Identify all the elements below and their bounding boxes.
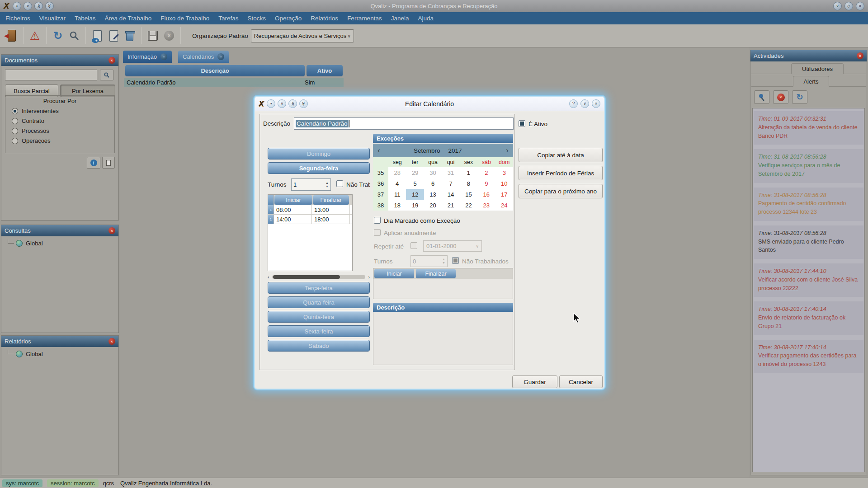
minimize-button[interactable]: ∨ <box>833 2 842 10</box>
refresh-alerts-button[interactable]: ↻ <box>792 90 807 104</box>
calendar-day[interactable]: 31 <box>442 167 459 178</box>
quinta-feira-button[interactable]: Quinta-feira <box>268 311 370 323</box>
relatorios-global-item[interactable]: Global <box>1 347 118 357</box>
finalizar-header[interactable]: Finalizar <box>313 195 349 205</box>
menu-stocks[interactable]: Stocks <box>243 12 271 24</box>
cell-finalizar[interactable]: 18:00 <box>312 215 350 224</box>
tab-close-icon[interactable]: × <box>217 53 224 60</box>
exceptions-shifts-table[interactable]: Iniciar Finalizar <box>373 268 513 299</box>
terca-feira-button[interactable]: Terça-feira <box>268 282 370 294</box>
alert-item[interactable]: Time: 31-08-2017 08:56:28 Pagamento de c… <box>754 188 863 221</box>
save-button[interactable] <box>145 27 161 45</box>
exc-nao-trabalhados-checkbox[interactable] <box>452 257 459 264</box>
search-button[interactable] <box>66 27 82 45</box>
calendar-day[interactable]: 3 <box>495 167 513 178</box>
delete-alert-button[interactable]: × <box>773 90 788 104</box>
menu-ficheiros[interactable]: Ficheiros <box>1 12 35 24</box>
calendar-day[interactable]: 28 <box>388 167 406 178</box>
alert-item[interactable]: Time: 31-08-2017 08:56:28 SMS enviado pa… <box>754 225 863 259</box>
prev-month-icon[interactable]: ‹ <box>373 146 385 155</box>
close-button[interactable]: × <box>856 2 864 10</box>
menu-fluxo-de-trabalho[interactable]: Fluxo de Trabalho <box>156 12 214 24</box>
aplicar-anualmente-checkbox[interactable] <box>374 229 381 236</box>
menu-ferramentas[interactable]: Ferramentas <box>343 12 387 24</box>
spinner-arrows-icon[interactable]: ▲▼ <box>326 181 329 188</box>
consultas-global-item[interactable]: Global <box>1 236 118 247</box>
scrollbar-track[interactable] <box>272 275 365 279</box>
sabado-button[interactable]: Sábado <box>268 340 370 352</box>
guardar-button[interactable]: Guardar <box>512 375 557 388</box>
calendar-day[interactable]: 2 <box>477 167 495 178</box>
spinner-arrows-icon[interactable]: ▲▼ <box>442 258 445 264</box>
shift-row[interactable]: 1 14:00 18:00 <box>268 215 352 224</box>
calendar-day[interactable]: 17 <box>495 189 513 200</box>
calendar-day[interactable]: 19 <box>406 200 424 211</box>
alert-item[interactable]: Time: 31-08-2017 08:56:28 Verifique serv… <box>754 149 863 183</box>
repetir-ate-checkbox[interactable] <box>410 242 417 249</box>
exit-button[interactable] <box>4 27 20 45</box>
sexta-feira-button[interactable]: Sexta-feira <box>268 325 370 337</box>
cell-iniciar[interactable]: 14:00 <box>274 215 312 224</box>
calendar-day[interactable]: 7 <box>442 178 459 189</box>
alert-item[interactable]: Time: 30-08-2017 17:40:14 Verificar paga… <box>754 340 863 373</box>
calendar-day[interactable]: 20 <box>424 200 442 211</box>
radio-contrato[interactable]: Contrato <box>12 117 114 124</box>
exc-turnos-spinner[interactable]: 0 ▲▼ <box>410 255 448 267</box>
column-header-ativo[interactable]: Ativo <box>307 65 343 76</box>
calendar-day[interactable]: 30 <box>424 167 442 178</box>
calendar-day[interactable]: 21 <box>442 200 459 211</box>
alert-item[interactable]: Time: 01-09-2017 00:32:31 Alteração da t… <box>754 111 863 145</box>
iniciar-header[interactable]: Iniciar <box>374 269 414 278</box>
calendar-day[interactable]: 10 <box>495 178 513 189</box>
calendar-day[interactable]: 1 <box>460 167 477 178</box>
menu-ajuda[interactable]: Ajuda <box>413 12 438 24</box>
alert-item[interactable]: Time: 30-08-2017 17:40:14 Envio de relat… <box>754 301 863 335</box>
organization-select[interactable]: Recuperação de Activos e Serviços ∨ <box>251 29 354 42</box>
new-document-button[interactable]: + <box>89 27 105 45</box>
maximize-button[interactable]: ◇ <box>844 2 853 10</box>
segunda-feira-button[interactable]: Segunda-feira <box>268 162 370 174</box>
radio-processos[interactable]: Processos <box>12 127 114 134</box>
menu-operacao[interactable]: Operação <box>270 12 306 24</box>
iniciar-header[interactable]: Iniciar <box>274 195 312 205</box>
alerts-list[interactable]: Time: 01-09-2017 00:32:31 Alteração da t… <box>752 108 865 472</box>
nao-trabalhados-checkbox[interactable] <box>336 180 343 187</box>
pin-alert-button[interactable] <box>754 90 769 104</box>
menu-relatorios[interactable]: Relatórios <box>306 12 343 24</box>
calendar-day[interactable]: 13 <box>424 189 442 200</box>
close-panel-icon[interactable]: × <box>108 338 115 345</box>
menu-janela[interactable]: Janela <box>387 12 414 24</box>
calendar-day[interactable]: 18 <box>388 200 406 211</box>
calendar-day[interactable]: 4 <box>388 178 406 189</box>
dia-marcado-checkbox[interactable] <box>374 217 381 224</box>
scrollbar-thumb[interactable] <box>273 275 340 279</box>
cancelar-button[interactable]: Cancelar <box>559 375 603 388</box>
calendar-day[interactable]: 24 <box>495 200 513 211</box>
calendar-day[interactable]: 23 <box>477 200 495 211</box>
tab-informacao[interactable]: Informação × <box>123 51 172 63</box>
calendar-day[interactable]: 29 <box>406 167 424 178</box>
calendar-day[interactable]: 6 <box>424 178 442 189</box>
refresh-button[interactable]: ↻ <box>50 27 66 45</box>
menu-visualizar[interactable]: Visualizar <box>35 12 70 24</box>
cancel-button[interactable]: × <box>161 27 177 45</box>
calendar-day[interactable]: 22 <box>460 200 477 211</box>
repetir-ate-date-select[interactable]: 01-01-2000 ∨ <box>423 240 482 252</box>
calendar-day[interactable]: 5 <box>406 178 424 189</box>
tab-alerts[interactable]: Alerts <box>793 76 829 87</box>
calendar-day[interactable]: 16 <box>477 189 495 200</box>
tab-calendarios[interactable]: Calendários × <box>178 51 229 63</box>
close-panel-icon[interactable]: × <box>857 52 863 59</box>
descricao-input[interactable]: Calendário Padrão <box>294 117 514 130</box>
cell-finalizar[interactable]: 13:00 <box>312 205 350 214</box>
exc-descricao-textarea[interactable] <box>373 312 513 365</box>
close-panel-icon[interactable]: × <box>108 57 115 64</box>
copiar-proximo-ano-button[interactable]: Copiar para o próximo ano <box>519 184 603 198</box>
scroll-right-icon[interactable]: › <box>365 274 370 280</box>
delete-button[interactable] <box>122 27 138 45</box>
alerts-button[interactable]: ⚠ <box>27 27 43 45</box>
menu-tabelas[interactable]: Tabelas <box>70 12 100 24</box>
shift-row[interactable]: 1 08:00 13:00 <box>268 205 352 215</box>
calendar-day[interactable]: 11 <box>388 189 406 200</box>
cell-iniciar[interactable]: 08:00 <box>274 205 312 214</box>
